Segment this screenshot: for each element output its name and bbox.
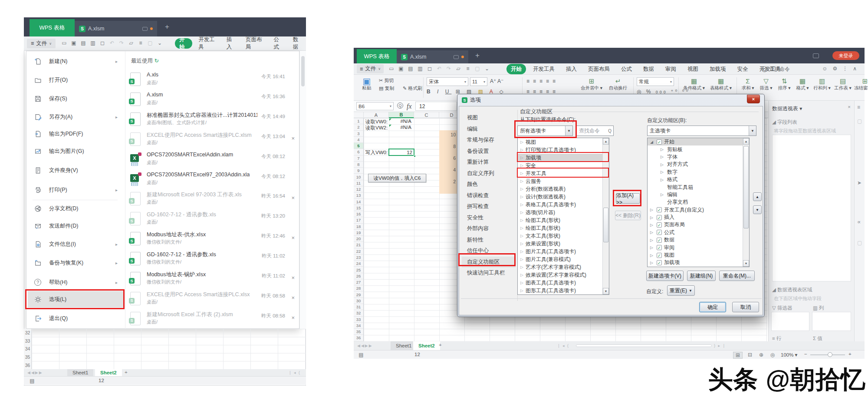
menu-item-save-as[interactable]: 另存为(A) ▸ xyxy=(28,111,124,122)
row-header[interactable]: 19 xyxy=(354,230,363,236)
command-list-item[interactable]: ▷ 云服务 xyxy=(518,177,609,185)
expander-icon[interactable]: ▷ xyxy=(650,223,654,227)
expander-icon[interactable]: ◢ xyxy=(650,140,654,144)
checkbox-icon[interactable]: ✓ xyxy=(657,238,662,243)
close-icon[interactable]: × xyxy=(291,274,295,281)
col-header-c[interactable]: C xyxy=(414,112,439,118)
chevron-down-icon[interactable]: ⌄ xyxy=(482,66,492,72)
row-header[interactable]: 7 xyxy=(354,155,363,162)
pane-title[interactable]: 数据透视表 ▾ xyxy=(772,105,802,112)
recent-file-item[interactable]: S X Modbus地址表-供水.xlsx 微信收到的文件/ 昨天 12:46 … xyxy=(125,229,300,249)
expander-icon[interactable]: ▷ xyxy=(650,215,654,220)
dialog-sidebar-item[interactable]: 外部内容 xyxy=(462,223,516,235)
placeholder-icon[interactable]: ▢ xyxy=(145,40,155,46)
row-header[interactable]: 28 xyxy=(354,285,363,291)
cancel-button[interactable]: 取消 xyxy=(732,302,759,312)
row-header[interactable]: 8 xyxy=(354,162,363,168)
cell-a1[interactable]: 读取VW0: xyxy=(365,119,388,125)
recent-file-item[interactable]: S X EXCEL使用PC Access Smart连接PLC.xlsm 桌面/… xyxy=(125,130,300,150)
row-header[interactable]: 33 xyxy=(24,337,31,345)
format-painter-icon[interactable]: ▱ xyxy=(454,66,463,72)
open-folder-icon[interactable]: ▭ xyxy=(387,66,396,72)
expander-icon[interactable]: ▷ xyxy=(520,148,523,152)
row-header[interactable]: 27 xyxy=(354,279,363,285)
zoom-level[interactable]: 100% ▾ xyxy=(781,352,797,358)
menu-tab[interactable]: 数据 xyxy=(289,38,306,49)
dialog-sidebar-item[interactable]: 常规与保存 xyxy=(462,135,516,146)
file-menu-button[interactable]: ≡ 文件 ∨ xyxy=(357,64,384,73)
ribbon-tree-item[interactable]: ▷ ✓ 开发工具(自定义) xyxy=(648,206,749,214)
row-header[interactable]: 31 xyxy=(354,304,363,310)
command-list-item[interactable]: ▷ 表格工具(工具选项卡) xyxy=(518,201,609,208)
dialog-titlebar[interactable]: S 选项 xyxy=(462,96,481,104)
row-header[interactable]: 6 xyxy=(354,149,363,155)
expander-icon[interactable]: ▷ xyxy=(520,273,523,277)
expander-icon[interactable]: ▷ xyxy=(520,163,523,168)
areas-section[interactable]: ◢ 数据透视表区域 xyxy=(772,287,812,293)
undo-icon[interactable]: ↶ xyxy=(434,66,444,72)
scroll-up-icon[interactable]: ▲ xyxy=(743,138,749,145)
row-header[interactable]: 17 xyxy=(354,217,363,223)
wps-app-tab[interactable]: WPS 表格 xyxy=(357,49,397,63)
share-icon[interactable]: ∝ xyxy=(857,219,861,225)
command-list-item[interactable]: ▷ 分析(数据透视表) xyxy=(518,185,609,193)
font-name-combo[interactable]: 宋体▾ xyxy=(427,77,468,86)
document-tab[interactable]: S A.xlsm xyxy=(75,21,157,36)
expander-icon[interactable]: ▷ xyxy=(650,253,654,258)
menu-item-new[interactable]: 新建(N) ▸ xyxy=(28,56,124,67)
normal-view-icon[interactable]: ⊞ xyxy=(733,352,743,359)
dialog-sidebar-item[interactable]: 颜色 xyxy=(462,179,516,190)
expander-icon[interactable]: ▷ xyxy=(650,245,654,250)
sort-button[interactable]: ⇅排序 ▾ xyxy=(776,77,793,91)
col-header-a[interactable]: A xyxy=(364,112,389,118)
ribbon-tree-item[interactable]: ▷ ✓ 审阅 xyxy=(648,244,749,251)
name-box[interactable]: B6▾ xyxy=(356,102,394,110)
row-header[interactable]: 34 xyxy=(24,345,31,353)
row-header[interactable]: 35 xyxy=(24,353,31,361)
cell-a2[interactable]: 读取VW2: xyxy=(365,125,388,131)
row-header[interactable]: 26 xyxy=(354,273,363,279)
checkbox-icon[interactable]: ✓ xyxy=(657,253,662,258)
formula-input[interactable]: 12 xyxy=(415,102,457,111)
menu-item-file-slim[interactable]: 文件瘦身(V) xyxy=(28,165,124,176)
move-down-button[interactable]: ▼ xyxy=(753,205,762,214)
expander-icon[interactable]: ▷ xyxy=(650,238,654,242)
checkbox-icon[interactable]: ✓ xyxy=(657,230,662,235)
row-header[interactable]: 14 xyxy=(354,198,363,205)
ribbon-tree-item[interactable]: ▷ 字体 xyxy=(648,153,749,161)
menu-tab[interactable]: 视图 xyxy=(683,64,703,74)
wrap-text-button[interactable]: ↵ 自动换行 xyxy=(606,77,630,91)
format-painter-icon[interactable]: ▱ xyxy=(126,40,136,46)
list-icon[interactable]: ≡ xyxy=(463,66,473,72)
print-preview-icon[interactable]: ◻ xyxy=(98,40,107,46)
recent-file-item[interactable]: S X A.xlsm 桌面/ 今天 16:36 xyxy=(125,90,300,110)
row-header[interactable]: 24 xyxy=(354,261,363,267)
sheet-tab-1[interactable]: Sheet1 xyxy=(67,369,93,376)
freeze-button[interactable]: ⊞冻结窗格 ▾ xyxy=(854,77,868,91)
expander-icon[interactable]: ▷ xyxy=(520,195,523,199)
dialog-sidebar-item[interactable]: 错误检查 xyxy=(462,190,516,202)
add-sheet-button[interactable]: + xyxy=(125,370,128,375)
row-header[interactable]: 29 xyxy=(354,291,363,298)
zoom-formula-icon[interactable]: Q xyxy=(397,102,403,109)
ribbon-tree-item[interactable]: ▷ 对齐方式 xyxy=(648,161,749,168)
format-button[interactable]: ▦格式 ▾ xyxy=(794,77,811,91)
clipboard-status-icon[interactable]: ▤ xyxy=(356,352,366,358)
row-header[interactable]: 12 xyxy=(354,186,363,192)
command-list-item[interactable]: ▷ 图形工具(工具选项卡) xyxy=(518,287,609,294)
command-list-item[interactable]: ▷ 图表工具(工具选项卡) xyxy=(518,279,609,287)
list-icon[interactable]: ≡ xyxy=(136,40,145,46)
reset-button[interactable]: 重置(E)▼ xyxy=(667,285,695,296)
command-search[interactable]: Q 查找命令 xyxy=(762,66,790,73)
placeholder-icon[interactable]: ▢ xyxy=(473,66,482,72)
ok-button[interactable]: 确定 xyxy=(699,302,726,312)
expander-icon[interactable]: ▷ xyxy=(520,257,523,261)
hscroll-right-icon[interactable]: ) ▸ ∣ xyxy=(714,344,726,348)
command-list-item[interactable]: ▷ 艺术字(艺术字兼容模式) xyxy=(518,263,609,271)
recent-file-item[interactable]: S X 标准椭圆形封头立式容器液位计...计算20140114.xls 桌面/制… xyxy=(125,110,300,130)
sheet-nav-icons[interactable]: ◀◀▶▶ xyxy=(357,344,373,348)
dialog-sidebar-item[interactable]: 自定义序列 xyxy=(462,168,516,179)
menu-item-exit[interactable]: 退出(Q) xyxy=(28,313,124,324)
menu-tab[interactable]: 开始 xyxy=(506,64,526,74)
ribbon-tree-item[interactable]: 分享文档 xyxy=(648,198,749,206)
